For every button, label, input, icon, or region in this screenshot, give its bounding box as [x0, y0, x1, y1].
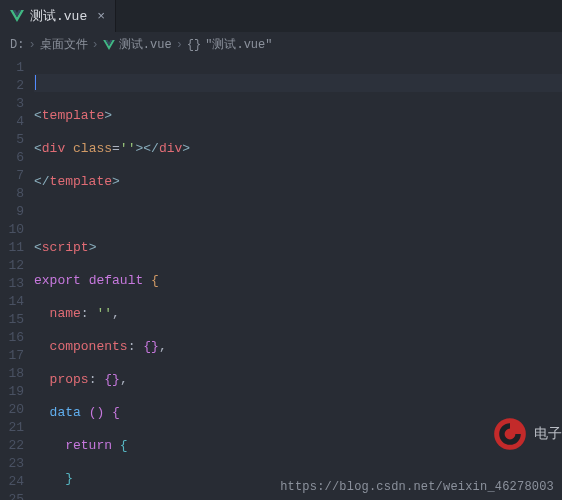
chevron-right-icon: › [28, 38, 35, 52]
code-editor[interactable]: 1234567891011121314151617181920212223242… [0, 57, 562, 500]
line-number-gutter: 1234567891011121314151617181920212223242… [0, 57, 34, 500]
vue-icon [103, 40, 115, 50]
logo-icon [492, 416, 528, 452]
footer-url: https://blog.csdn.net/weixin_46278003 [280, 480, 554, 494]
tab-filename: 测试.vue [30, 7, 87, 25]
crumb-drive[interactable]: D: [10, 38, 24, 52]
breadcrumb: D: › 桌面文件 › 测试.vue › {} "测试.vue" [0, 32, 562, 57]
code-content[interactable]: <template> <div class=''></div> </templa… [34, 57, 562, 500]
code-line[interactable]: <script> [34, 239, 562, 257]
code-line[interactable]: export default { [34, 272, 562, 290]
svg-point-0 [494, 418, 526, 450]
crumb-symbol[interactable]: {} "测试.vue" [187, 36, 273, 53]
code-line[interactable]: return { [34, 437, 562, 455]
watermark-text: 电子 [534, 425, 562, 443]
braces-icon: {} [187, 38, 201, 52]
chevron-right-icon: › [176, 38, 183, 52]
text-cursor [35, 75, 36, 90]
code-line[interactable]: name: '', [34, 305, 562, 323]
crumb-folder[interactable]: 桌面文件 [40, 36, 88, 53]
code-line[interactable] [34, 206, 562, 224]
code-line[interactable]: </template> [34, 173, 562, 191]
code-line[interactable]: props: {}, [34, 371, 562, 389]
code-line[interactable]: <div class=''></div> [34, 140, 562, 158]
code-line[interactable]: data () { [34, 404, 562, 422]
watermark-logo: 电子 [492, 416, 562, 452]
chevron-right-icon: › [92, 38, 99, 52]
code-line[interactable] [34, 74, 562, 92]
close-icon[interactable]: × [97, 9, 105, 24]
tab-active[interactable]: 测试.vue × [0, 0, 116, 32]
code-line[interactable]: components: {}, [34, 338, 562, 356]
tab-bar: 测试.vue × [0, 0, 562, 32]
code-line[interactable]: <template> [34, 107, 562, 125]
crumb-file[interactable]: 测试.vue [103, 36, 172, 53]
vue-icon [10, 10, 24, 22]
